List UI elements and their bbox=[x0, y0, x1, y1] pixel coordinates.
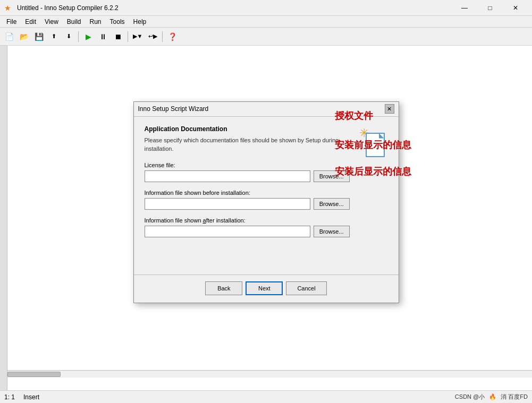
left-strip bbox=[0, 46, 7, 390]
minimize-button[interactable]: — bbox=[452, 0, 477, 16]
toolbar-sep2 bbox=[128, 31, 128, 42]
browse-license-button[interactable]: Browse... bbox=[314, 170, 350, 182]
status-bar: 1: 1 Insert CSDN @小 🔥 消 百度FD bbox=[0, 390, 532, 403]
before-field-row: Browse... bbox=[145, 198, 350, 210]
open-button[interactable]: 📂 bbox=[17, 30, 31, 44]
help-button[interactable]: ❓ bbox=[165, 30, 179, 44]
toolbar: 📄 📂 💾 ⬆ ⬇ ▶ ⏸ ⏹ ▶▼ ↩▶ ❓ bbox=[0, 28, 532, 46]
run2-button[interactable]: ↩▶ bbox=[146, 30, 159, 44]
compile-button[interactable]: ▶▼ bbox=[131, 30, 145, 44]
browse-before-button[interactable]: Browse... bbox=[314, 198, 350, 210]
dialog-heading: Application Documentation bbox=[145, 125, 350, 133]
maximize-button[interactable]: □ bbox=[478, 0, 502, 16]
new-button[interactable]: 📄 bbox=[2, 30, 16, 44]
license-input[interactable] bbox=[145, 170, 310, 182]
pause-button[interactable]: ⏸ bbox=[96, 30, 110, 44]
menu-view[interactable]: View bbox=[40, 17, 63, 27]
after-label: Information file shown after installatio… bbox=[145, 217, 350, 224]
app-icon: ★ bbox=[4, 4, 13, 12]
scrollbar-thumb[interactable] bbox=[7, 372, 61, 377]
dialog-main: Application Documentation Please specify… bbox=[145, 125, 350, 245]
toolbar-sep1 bbox=[78, 31, 79, 42]
dialog-title: Inno Setup Script Wizard bbox=[138, 105, 209, 113]
window-title: Untitled - Inno Setup Compiler 6.2.2 bbox=[17, 4, 119, 12]
back-button[interactable]: Back bbox=[205, 281, 242, 295]
license-field-row: Browse... bbox=[145, 170, 350, 182]
title-bar: ★ Untitled - Inno Setup Compiler 6.2.2 —… bbox=[0, 0, 532, 16]
status-left: 1: 1 Insert bbox=[4, 393, 39, 401]
menu-tools[interactable]: Tools bbox=[106, 17, 129, 27]
title-bar-controls: — □ ✕ bbox=[452, 0, 528, 16]
horizontal-scrollbar[interactable] bbox=[7, 370, 532, 378]
wizard-dialog: Inno Setup Script Wizard ✕ Application D… bbox=[133, 101, 399, 303]
dialog-icon-area: ✳ bbox=[356, 125, 388, 245]
menu-edit[interactable]: Edit bbox=[21, 17, 40, 27]
status-right: CSDN @小 🔥 消 百度FD bbox=[455, 393, 528, 401]
dialog-title-bar: Inno Setup Script Wizard ✕ bbox=[134, 102, 399, 117]
menu-run[interactable]: Run bbox=[86, 17, 106, 27]
status-extra: 🔥 bbox=[489, 393, 496, 400]
cancel-button[interactable]: Cancel bbox=[286, 281, 326, 295]
dialog-footer: Back Next Cancel bbox=[134, 275, 399, 302]
menu-build[interactable]: Build bbox=[63, 17, 86, 27]
close-button[interactable]: ✕ bbox=[503, 0, 528, 16]
save-button[interactable]: 💾 bbox=[32, 30, 46, 44]
stop-button[interactable]: ⏹ bbox=[111, 30, 125, 44]
main-area: Inno Setup Script Wizard ✕ Application D… bbox=[0, 46, 532, 390]
csdn-label: CSDN @小 bbox=[455, 393, 485, 401]
status-extra2: 消 百度FD bbox=[501, 393, 528, 401]
toolbar-btn4[interactable]: ⬆ bbox=[47, 30, 61, 44]
browse-after-button[interactable]: Browse... bbox=[314, 226, 350, 237]
dialog-content: Application Documentation Please specify… bbox=[134, 117, 399, 253]
license-label: License file: bbox=[145, 162, 350, 168]
cursor-position: 1: 1 bbox=[4, 393, 15, 401]
page-icon bbox=[366, 133, 385, 157]
menu-file[interactable]: File bbox=[2, 17, 21, 27]
next-button[interactable]: Next bbox=[246, 281, 283, 295]
before-input[interactable] bbox=[145, 198, 310, 210]
dialog-subtitle: Please specify which documentation files… bbox=[145, 136, 350, 153]
toolbar-btn5[interactable]: ⬇ bbox=[62, 30, 75, 44]
toolbar-sep3 bbox=[162, 31, 163, 42]
dialog-close-button[interactable]: ✕ bbox=[385, 104, 394, 114]
menu-help[interactable]: Help bbox=[129, 17, 151, 27]
menu-bar: File Edit View Build Run Tools Help bbox=[0, 16, 532, 28]
after-field-row: Browse... bbox=[145, 226, 350, 237]
before-label: Information file shown before installati… bbox=[145, 190, 350, 196]
document-icon: ✳ bbox=[359, 127, 385, 157]
after-input[interactable] bbox=[145, 226, 310, 237]
editor-mode: Insert bbox=[23, 393, 39, 401]
run-button[interactable]: ▶ bbox=[81, 30, 95, 44]
